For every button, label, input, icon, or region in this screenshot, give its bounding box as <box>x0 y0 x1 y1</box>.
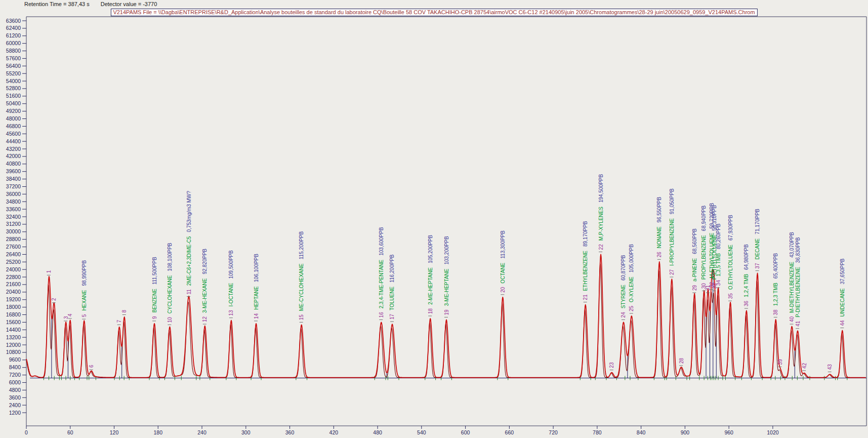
y-tick-label: 13200 <box>6 334 21 340</box>
peak-label: 28 <box>679 357 684 366</box>
y-tick-label: 56400 <box>6 63 21 69</box>
peak-label: 42 <box>802 363 807 371</box>
peak-label: 24STYRENE60,870PPB <box>621 255 626 320</box>
svg-text:162,3,4-TME-PENTANE103,600PPB: 162,3,4-TME-PENTANE103,600PPB <box>379 227 384 317</box>
peak-label: 10CYCLOHEXANE108,100PPB <box>167 243 173 325</box>
x-tick-label: 180 <box>154 429 163 435</box>
y-tick-label: 9600 <box>9 356 21 363</box>
peak-label: 112ME-C6+2,3DIME-C50,753mg/m3 MW? <box>186 190 192 296</box>
x-tick-label: 900 <box>681 429 690 435</box>
peak-label: 2 <box>51 298 57 303</box>
svg-text:27I-PROPYLBENZENE91,050PPB: 27I-PROPYLBENZENE91,050PPB <box>669 188 675 275</box>
y-tick-label: 24000 <box>6 266 21 272</box>
file-title-box: V214PAMS File = \\Dagba\ENTREPRISE\R&D_A… <box>110 9 757 16</box>
y-tick-label: 62400 <box>6 25 21 31</box>
y-tick-label: 26400 <box>6 251 21 257</box>
x-tick-label: 1020 <box>767 429 779 435</box>
y-tick-label: 37200 <box>6 183 21 189</box>
peak-labels: 12345HEXANE98,990PPB6789BENZENE111,500PP… <box>46 174 845 372</box>
peak-label: 37DECANE71,170PPB <box>755 209 760 271</box>
y-tick-label: 52800 <box>6 85 21 91</box>
svg-text:13I-OCTANE109,500PPB: 13I-OCTANE109,500PPB <box>228 250 234 316</box>
y-tick-label: 60000 <box>6 40 21 46</box>
y-tick-label: 55200 <box>6 70 21 76</box>
y-tick-label: 34800 <box>6 198 21 205</box>
y-tick-label: 54000 <box>6 78 21 84</box>
y-tick-label: 58800 <box>6 48 21 54</box>
chromatogram-plot[interactable]: 1200240036004800600072008400960010800120… <box>0 0 868 438</box>
y-tick-label: 57600 <box>6 55 21 61</box>
svg-text:123-ME-HEXANE92,820PPB: 123-ME-HEXANE92,820PPB <box>202 249 208 322</box>
svg-text:2: 2 <box>51 298 57 301</box>
peak-label: 5HEXANE98,990PPB <box>81 260 87 320</box>
svg-text:23: 23 <box>609 362 614 368</box>
x-tick-label: 240 <box>197 429 206 435</box>
y-tick-label: 61200 <box>6 32 21 38</box>
peak-label: 40M-DIETHYLBENZENE43,070PPB <box>789 232 795 324</box>
x-tick-label: 600 <box>461 429 470 435</box>
chromatogram-screen: Retention Time = 387,43 sDetector value … <box>0 0 868 438</box>
y-tick-label: 33600 <box>6 206 21 212</box>
y-tick-label: 2400 <box>9 402 21 408</box>
peak-label: 14HEPTANE106,100PPB <box>254 254 259 321</box>
y-tick-label: 36000 <box>6 191 21 197</box>
y-tick-label: 18000 <box>6 304 21 310</box>
svg-text:10CYCLOHEXANE108,100PPB: 10CYCLOHEXANE108,100PPB <box>167 243 173 323</box>
plot-frame <box>26 17 866 426</box>
y-tick-label: 12000 <box>6 342 21 348</box>
svg-text:35O,ETHYLTOLUENE67,930PPB: 35O,ETHYLTOLUENE67,930PPB <box>728 215 733 299</box>
peak-label: 35O,ETHYLTOLUENE67,930PPB <box>728 215 733 301</box>
y-tick-label: 40800 <box>6 161 21 167</box>
svg-text:7: 7 <box>116 320 122 323</box>
svg-text:37DECANE71,170PPB: 37DECANE71,170PPB <box>755 209 760 269</box>
y-tick-label: 32400 <box>6 214 21 220</box>
peak-label: 22M,P-XYLENES194,500PPB <box>598 174 604 252</box>
y-tick-label: 45600 <box>6 131 21 137</box>
svg-text:112ME-C6+2,3DIME-C50,753mg/m3: 112ME-C6+2,3DIME-C50,753mg/m3 MW? <box>186 190 192 294</box>
y-tick-label: 21600 <box>6 281 21 287</box>
x-tick-label: 300 <box>241 429 251 435</box>
peak-label: 381,2,3 TMB65,400PPB <box>773 253 778 317</box>
y-tick-label: 48000 <box>6 115 21 122</box>
peak-label: 21ETHYLBENZENE89,170PPB <box>583 221 588 302</box>
svg-text:44UNDECANE37,650PPB: 44UNDECANE37,650PPB <box>840 258 845 326</box>
peak-label: 8 <box>121 309 127 314</box>
peak-label: 25O-XYLENE105,000PPB <box>629 244 634 313</box>
svg-text:9BENZENE111,500PPB: 9BENZENE111,500PPB <box>152 257 157 319</box>
svg-text:381,2,3 TMB65,400PPB: 381,2,3 TMB65,400PPB <box>773 253 778 315</box>
svg-text:39: 39 <box>777 359 783 365</box>
x-tick-label: 840 <box>637 429 646 435</box>
svg-text:40M-DIETHYLBENZENE43,070PPB: 40M-DIETHYLBENZENE43,070PPB <box>789 232 795 322</box>
svg-text:1: 1 <box>46 270 52 273</box>
y-tick-label: 27600 <box>6 244 21 250</box>
y-tick-label: 1200 <box>9 410 21 416</box>
peak-label: 17TOLUENE116,200PPB <box>390 254 395 322</box>
x-axis: 0601201802403003604204805406006607207808… <box>25 426 779 435</box>
y-tick-label: 8400 <box>9 364 21 370</box>
x-tick-label: 60 <box>67 429 73 435</box>
svg-text:42: 42 <box>802 363 807 369</box>
x-tick-label: 120 <box>110 429 119 435</box>
y-tick-label: 4800 <box>9 387 21 393</box>
peak-label: 39 <box>777 359 783 367</box>
status-bar: Retention Time = 387,43 sDetector value … <box>24 1 168 7</box>
y-tick-label: 3600 <box>9 394 21 401</box>
svg-text:14HEPTANE106,100PPB: 14HEPTANE106,100PPB <box>254 254 259 319</box>
y-tick-label: 43200 <box>6 146 21 152</box>
svg-text:41P-DIETHYLBENZENE36,830PPB: 41P-DIETHYLBENZENE36,830PPB <box>795 237 801 327</box>
x-tick-label: 540 <box>417 429 426 435</box>
x-tick-label: 420 <box>329 429 339 435</box>
svg-text:21ETHYLBENZENE89,170PPB: 21ETHYLBENZENE89,170PPB <box>583 221 588 300</box>
peak-label: 13I-OCTANE109,500PPB <box>228 250 234 318</box>
peak-label: 1 <box>46 270 52 275</box>
x-tick-label: 660 <box>505 429 514 435</box>
y-tick-label: 51600 <box>6 93 21 99</box>
y-tick-label: 28800 <box>6 236 21 242</box>
peak-label: 15ME-CYCLOHEXANE115,200PPB <box>299 231 304 323</box>
peak-label: 123-ME-HEXANE92,820PPB <box>202 249 208 324</box>
svg-text:5HEXANE98,990PPB: 5HEXANE98,990PPB <box>81 260 87 317</box>
y-tick-label: 63600 <box>6 18 21 24</box>
x-tick-label: 480 <box>373 429 382 435</box>
svg-text:28: 28 <box>679 357 684 364</box>
y-tick-label: 16800 <box>6 311 21 317</box>
